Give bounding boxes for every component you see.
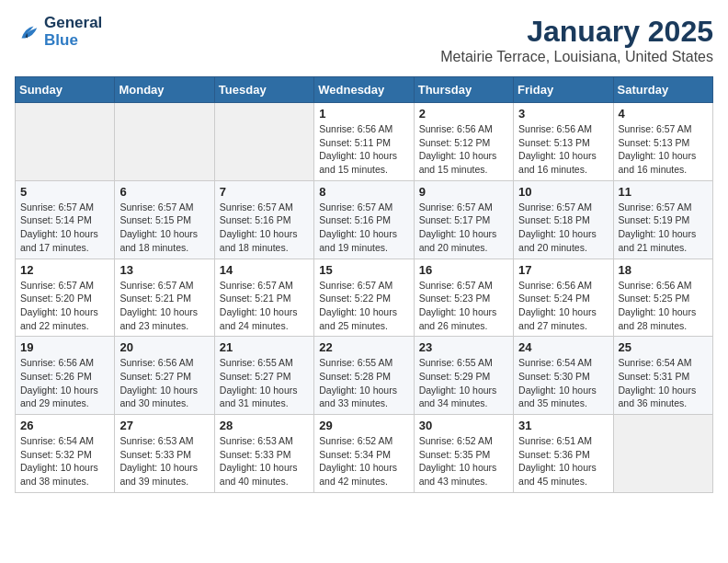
- day-info: Sunrise: 6:55 AM Sunset: 5:28 PM Dayligh…: [319, 356, 408, 410]
- day-number: 2: [419, 107, 508, 121]
- day-number: 24: [518, 340, 608, 354]
- day-info: Sunrise: 6:57 AM Sunset: 5:15 PM Dayligh…: [119, 201, 209, 255]
- calendar-cell: 8Sunrise: 6:57 AM Sunset: 5:16 PM Daylig…: [314, 180, 414, 259]
- day-info: Sunrise: 6:56 AM Sunset: 5:12 PM Dayligh…: [419, 122, 508, 177]
- weekday-header-wednesday: Wednesday: [314, 77, 414, 103]
- day-info: Sunrise: 6:57 AM Sunset: 5:19 PM Dayligh…: [619, 201, 708, 255]
- day-number: 15: [319, 263, 408, 277]
- day-number: 25: [619, 340, 708, 354]
- calendar-cell: 29Sunrise: 6:52 AM Sunset: 5:34 PM Dayli…: [314, 415, 414, 493]
- day-number: 19: [20, 340, 109, 354]
- day-number: 7: [220, 185, 309, 199]
- day-number: 9: [419, 185, 508, 199]
- calendar-cell: 4Sunrise: 6:57 AM Sunset: 5:13 PM Daylig…: [613, 103, 712, 181]
- day-number: 22: [319, 340, 408, 354]
- day-info: Sunrise: 6:57 AM Sunset: 5:14 PM Dayligh…: [20, 201, 109, 255]
- week-row-2: 5Sunrise: 6:57 AM Sunset: 5:14 PM Daylig…: [16, 180, 713, 259]
- day-number: 31: [518, 419, 608, 432]
- calendar-cell: 27Sunrise: 6:53 AM Sunset: 5:33 PM Dayli…: [115, 415, 214, 493]
- calendar-cell: 10Sunrise: 6:57 AM Sunset: 5:18 PM Dayli…: [514, 180, 613, 259]
- day-info: Sunrise: 6:57 AM Sunset: 5:20 PM Dayligh…: [20, 279, 109, 333]
- calendar-table: SundayMondayTuesdayWednesdayThursdayFrid…: [15, 76, 713, 493]
- day-info: Sunrise: 6:57 AM Sunset: 5:18 PM Dayligh…: [518, 201, 608, 255]
- day-info: Sunrise: 6:57 AM Sunset: 5:13 PM Dayligh…: [619, 122, 708, 177]
- calendar-cell: [115, 103, 214, 181]
- day-info: Sunrise: 6:56 AM Sunset: 5:11 PM Dayligh…: [319, 122, 408, 177]
- day-info: Sunrise: 6:57 AM Sunset: 5:21 PM Dayligh…: [220, 279, 309, 333]
- day-number: 17: [518, 263, 608, 277]
- weekday-header-friday: Friday: [514, 77, 613, 103]
- calendar-cell: [613, 415, 712, 493]
- day-info: Sunrise: 6:52 AM Sunset: 5:35 PM Dayligh…: [419, 434, 508, 488]
- day-info: Sunrise: 6:52 AM Sunset: 5:34 PM Dayligh…: [319, 434, 408, 488]
- logo-text: General Blue: [44, 15, 102, 49]
- day-info: Sunrise: 6:57 AM Sunset: 5:22 PM Dayligh…: [319, 279, 408, 333]
- calendar-cell: 28Sunrise: 6:53 AM Sunset: 5:33 PM Dayli…: [214, 415, 313, 493]
- weekday-header-sunday: Sunday: [16, 77, 115, 103]
- location-title: Metairie Terrace, Louisiana, United Stat…: [440, 49, 713, 65]
- day-number: 14: [220, 263, 309, 277]
- calendar-cell: 20Sunrise: 6:56 AM Sunset: 5:27 PM Dayli…: [115, 337, 214, 415]
- day-number: 8: [319, 185, 408, 199]
- day-number: 11: [619, 185, 708, 199]
- day-info: Sunrise: 6:57 AM Sunset: 5:23 PM Dayligh…: [419, 279, 508, 333]
- calendar-cell: 26Sunrise: 6:54 AM Sunset: 5:32 PM Dayli…: [16, 415, 115, 493]
- day-info: Sunrise: 6:51 AM Sunset: 5:36 PM Dayligh…: [518, 434, 608, 488]
- calendar-cell: 6Sunrise: 6:57 AM Sunset: 5:15 PM Daylig…: [115, 180, 214, 259]
- calendar-cell: [214, 103, 313, 181]
- calendar-cell: 31Sunrise: 6:51 AM Sunset: 5:36 PM Dayli…: [514, 415, 613, 493]
- day-info: Sunrise: 6:57 AM Sunset: 5:16 PM Dayligh…: [220, 201, 309, 255]
- logo: General Blue: [15, 15, 102, 49]
- day-number: 6: [119, 185, 209, 199]
- day-number: 5: [20, 185, 109, 199]
- week-row-1: 1Sunrise: 6:56 AM Sunset: 5:11 PM Daylig…: [16, 103, 713, 181]
- calendar-cell: 7Sunrise: 6:57 AM Sunset: 5:16 PM Daylig…: [214, 180, 313, 259]
- day-info: Sunrise: 6:56 AM Sunset: 5:26 PM Dayligh…: [20, 356, 109, 410]
- calendar-cell: 19Sunrise: 6:56 AM Sunset: 5:26 PM Dayli…: [16, 337, 115, 415]
- calendar-cell: 21Sunrise: 6:55 AM Sunset: 5:27 PM Dayli…: [214, 337, 313, 415]
- calendar-cell: 5Sunrise: 6:57 AM Sunset: 5:14 PM Daylig…: [16, 180, 115, 259]
- day-number: 28: [220, 419, 309, 432]
- day-info: Sunrise: 6:53 AM Sunset: 5:33 PM Dayligh…: [119, 434, 209, 488]
- day-number: 26: [20, 419, 109, 432]
- day-info: Sunrise: 6:57 AM Sunset: 5:16 PM Dayligh…: [319, 201, 408, 255]
- day-number: 10: [518, 185, 608, 199]
- day-number: 16: [419, 263, 508, 277]
- weekday-header-thursday: Thursday: [414, 77, 513, 103]
- page-header: General Blue January 2025 Metairie Terra…: [15, 15, 713, 65]
- day-info: Sunrise: 6:54 AM Sunset: 5:32 PM Dayligh…: [20, 434, 109, 488]
- day-info: Sunrise: 6:54 AM Sunset: 5:30 PM Dayligh…: [518, 356, 608, 410]
- calendar-cell: 14Sunrise: 6:57 AM Sunset: 5:21 PM Dayli…: [214, 259, 313, 337]
- calendar-cell: 22Sunrise: 6:55 AM Sunset: 5:28 PM Dayli…: [314, 337, 414, 415]
- calendar-cell: 18Sunrise: 6:56 AM Sunset: 5:25 PM Dayli…: [613, 259, 712, 337]
- calendar-cell: [16, 103, 115, 181]
- week-row-4: 19Sunrise: 6:56 AM Sunset: 5:26 PM Dayli…: [16, 337, 713, 415]
- calendar-cell: 11Sunrise: 6:57 AM Sunset: 5:19 PM Dayli…: [613, 180, 712, 259]
- calendar-cell: 15Sunrise: 6:57 AM Sunset: 5:22 PM Dayli…: [314, 259, 414, 337]
- weekday-header-tuesday: Tuesday: [214, 77, 313, 103]
- month-title: January 2025: [440, 15, 713, 49]
- day-number: 27: [119, 419, 209, 432]
- day-number: 30: [419, 419, 508, 432]
- day-number: 4: [619, 107, 708, 121]
- calendar-cell: 13Sunrise: 6:57 AM Sunset: 5:21 PM Dayli…: [115, 259, 214, 337]
- day-number: 23: [419, 340, 508, 354]
- logo-bird-icon: [15, 19, 40, 45]
- weekday-header-row: SundayMondayTuesdayWednesdayThursdayFrid…: [16, 77, 713, 103]
- week-row-3: 12Sunrise: 6:57 AM Sunset: 5:20 PM Dayli…: [16, 259, 713, 337]
- day-number: 3: [518, 107, 608, 121]
- calendar-cell: 30Sunrise: 6:52 AM Sunset: 5:35 PM Dayli…: [414, 415, 513, 493]
- day-number: 21: [220, 340, 309, 354]
- title-area: January 2025 Metairie Terrace, Louisiana…: [440, 15, 713, 65]
- day-number: 1: [319, 107, 408, 121]
- day-info: Sunrise: 6:56 AM Sunset: 5:13 PM Dayligh…: [518, 122, 608, 177]
- calendar-cell: 16Sunrise: 6:57 AM Sunset: 5:23 PM Dayli…: [414, 259, 513, 337]
- day-info: Sunrise: 6:53 AM Sunset: 5:33 PM Dayligh…: [220, 434, 309, 488]
- calendar-cell: 17Sunrise: 6:56 AM Sunset: 5:24 PM Dayli…: [514, 259, 613, 337]
- weekday-header-saturday: Saturday: [613, 77, 712, 103]
- day-number: 12: [20, 263, 109, 277]
- day-info: Sunrise: 6:56 AM Sunset: 5:27 PM Dayligh…: [119, 356, 209, 410]
- day-info: Sunrise: 6:54 AM Sunset: 5:31 PM Dayligh…: [619, 356, 708, 410]
- day-info: Sunrise: 6:57 AM Sunset: 5:17 PM Dayligh…: [419, 201, 508, 255]
- calendar-cell: 2Sunrise: 6:56 AM Sunset: 5:12 PM Daylig…: [414, 103, 513, 181]
